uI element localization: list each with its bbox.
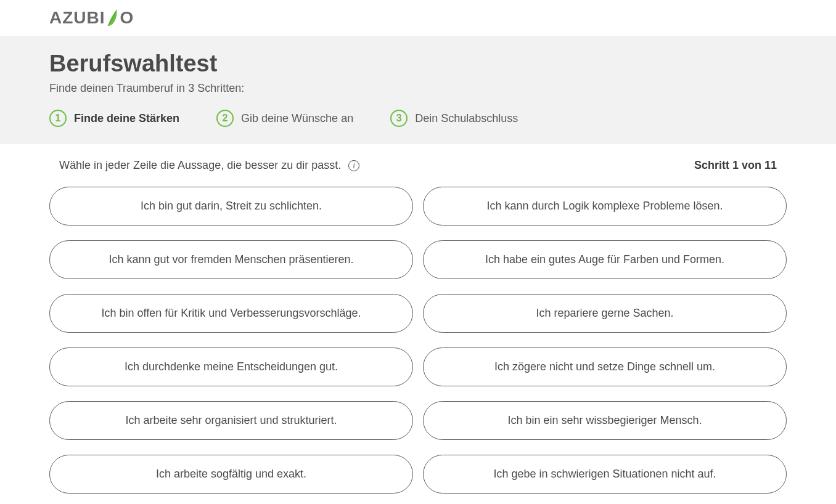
step-label-2: Gib deine Wünsche an [241, 112, 353, 125]
step-2[interactable]: 2Gib deine Wünsche an [216, 110, 353, 127]
content-area: Wähle in jeder Zeile die Aussage, die be… [0, 144, 836, 504]
page-title: Berufswahltest [49, 51, 787, 77]
instruction-text: Wähle in jeder Zeile die Aussage, die be… [59, 159, 341, 172]
option-row-3-right[interactable]: Ich repariere gerne Sachen. [423, 294, 787, 333]
option-row-3-left[interactable]: Ich bin offen für Kritik und Verbesserun… [49, 294, 413, 333]
option-row-1-right[interactable]: Ich kann durch Logik komplexe Probleme l… [423, 187, 787, 226]
logo[interactable]: AZUBI O [49, 7, 134, 28]
option-row-1-left[interactable]: Ich bin gut darin, Streit zu schlichten. [49, 187, 413, 226]
step-3[interactable]: 3Dein Schulabschluss [390, 110, 518, 127]
option-row-4-left[interactable]: Ich durchdenke meine Entscheidungen gut. [49, 348, 413, 386]
logo-leaf-icon [104, 7, 121, 28]
options-grid: Ich bin gut darin, Streit zu schlichten.… [49, 187, 787, 494]
instruction-left: Wähle in jeder Zeile die Aussage, die be… [59, 159, 359, 172]
header-section: Berufswahltest Finde deinen Traumberuf i… [0, 36, 836, 144]
step-label-1: Finde deine Stärken [74, 112, 179, 125]
page-subtitle: Finde deinen Traumberuf in 3 Schritten: [49, 82, 787, 95]
steps-nav: 1Finde deine Stärken2Gib deine Wünsche a… [49, 110, 787, 127]
option-row-2-right[interactable]: Ich habe ein gutes Auge für Farben und F… [423, 240, 787, 279]
option-row-4-right[interactable]: Ich zögere nicht und setze Dinge schnell… [423, 348, 787, 386]
step-1[interactable]: 1Finde deine Stärken [49, 110, 179, 127]
option-row-2-left[interactable]: Ich kann gut vor fremden Menschen präsen… [49, 240, 413, 279]
logo-text-before: AZUBI [49, 8, 105, 28]
option-row-5-right[interactable]: Ich bin ein sehr wissbegieriger Mensch. [423, 401, 787, 440]
logo-bar: AZUBI O [0, 0, 836, 36]
step-label-3: Dein Schulabschluss [415, 112, 518, 125]
step-counter: Schritt 1 von 11 [694, 159, 777, 172]
option-row-6-left[interactable]: Ich arbeite sogfältig und exakt. [49, 455, 413, 494]
instruction-row: Wähle in jeder Zeile die Aussage, die be… [49, 159, 787, 172]
logo-text-after: O [120, 8, 134, 28]
option-row-5-left[interactable]: Ich arbeite sehr organisiert und struktu… [49, 401, 413, 440]
step-circle-2: 2 [216, 110, 234, 127]
step-circle-3: 3 [390, 110, 408, 127]
info-icon[interactable]: i [348, 160, 359, 171]
option-row-6-right[interactable]: Ich gebe in schwierigen Situationen nich… [423, 455, 787, 494]
step-circle-1: 1 [49, 110, 67, 127]
